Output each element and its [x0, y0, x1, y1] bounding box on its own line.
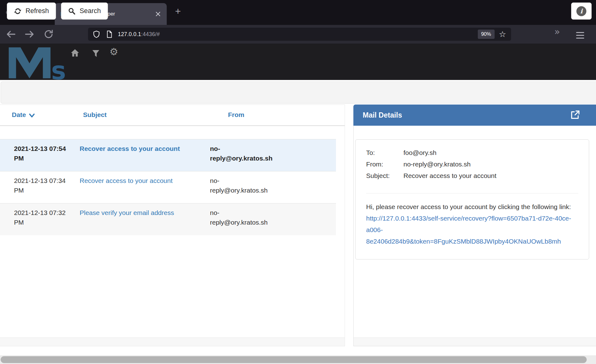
- reload-icon[interactable]: [44, 29, 54, 40]
- mail-list-rows: 2021-12-13 07:54 PM Recover access to yo…: [0, 139, 336, 235]
- mail-row[interactable]: 2021-12-13 07:32 PM Please verify your e…: [0, 203, 336, 235]
- url-host: 127.0.0.1: [118, 31, 141, 37]
- mail-list-footer: [0, 338, 345, 346]
- mail-list-panel: Date Subject From 2021-12-13 07:54 PM Re…: [0, 105, 345, 346]
- search-button-label: Search: [80, 7, 101, 15]
- mail-details-header: Mail Details: [353, 105, 596, 126]
- to-value: foo@ory.sh: [403, 147, 436, 158]
- subject-value: Recover access to your account: [403, 170, 496, 181]
- address-bar[interactable]: 127.0.0.1:4436/# 90% ☆: [88, 28, 511, 41]
- mail-subject-row: Subject: Recover access to your account: [366, 170, 589, 181]
- mailslurper-header: s: [0, 44, 596, 80]
- zoom-level-badge[interactable]: 90%: [478, 30, 495, 39]
- mail-from: no-reply@ory.kratos.sh: [210, 176, 275, 195]
- browser-window: s Mail // MailSlurper + 127.0.0.1:4436/#…: [0, 0, 596, 364]
- column-header-from[interactable]: From: [228, 111, 244, 119]
- mail-row[interactable]: 2021-12-13 07:34 PM Recover access to yo…: [0, 171, 336, 203]
- settings-gear-icon[interactable]: ⚙: [109, 47, 118, 57]
- subject-label: Subject:: [366, 170, 403, 181]
- filter-icon[interactable]: [92, 49, 100, 58]
- mail-body-text: Hi, please recover access to your accoun…: [366, 203, 571, 210]
- search-icon: [68, 7, 76, 15]
- back-icon[interactable]: [6, 29, 16, 40]
- mail-details-title: Mail Details: [363, 111, 402, 119]
- mail-list-header: Date Subject From: [0, 105, 345, 126]
- mail-from: no-reply@ory.kratos.sh: [210, 144, 275, 163]
- from-value: no-reply@ory.kratos.sh: [403, 158, 471, 170]
- scrollbar-thumb[interactable]: [1, 356, 587, 363]
- hamburger-menu-icon[interactable]: [576, 32, 584, 40]
- mail-date: 2021-12-13 07:54 PM: [14, 144, 70, 163]
- home-icon[interactable]: [71, 49, 79, 57]
- mail-from-row: From: no-reply@ory.kratos.sh: [366, 158, 589, 170]
- card-divider: [366, 193, 578, 194]
- mail-subject-link[interactable]: Recover access to your account: [80, 177, 173, 184]
- tracking-shield-icon[interactable]: [92, 30, 100, 38]
- info-button[interactable]: i: [571, 2, 592, 20]
- refresh-button[interactable]: Refresh: [7, 2, 56, 20]
- mail-date: 2021-12-13 07:32 PM: [14, 208, 70, 227]
- url-path: :4436/#: [141, 31, 160, 37]
- from-label: From:: [366, 158, 403, 170]
- forward-icon[interactable]: [24, 29, 35, 40]
- mail-body: Hi, please recover access to your accoun…: [366, 201, 574, 247]
- page-info-icon[interactable]: [105, 30, 113, 38]
- search-button[interactable]: Search: [61, 2, 108, 20]
- overflow-chevrons-icon[interactable]: »: [554, 26, 560, 37]
- mail-to-row: To: foo@ory.sh: [366, 147, 589, 158]
- horizontal-scrollbar[interactable]: [0, 355, 596, 364]
- column-header-date[interactable]: Date: [12, 111, 35, 119]
- mail-from: no-reply@ory.kratos.sh: [210, 208, 275, 227]
- url-text[interactable]: 127.0.0.1:4436/#: [118, 31, 160, 38]
- sort-desc-icon: [29, 113, 35, 118]
- mail-row[interactable]: 2021-12-13 07:54 PM Recover access to yo…: [0, 139, 336, 171]
- mail-details-card: To: foo@ory.sh From: no-reply@ory.kratos…: [355, 139, 589, 259]
- svg-text:s: s: [51, 56, 66, 80]
- column-header-subject[interactable]: Subject: [83, 111, 107, 119]
- open-external-icon[interactable]: [570, 110, 580, 120]
- mail-details-footer: [354, 338, 596, 346]
- mail-details-panel: Mail Details To: foo@ory.sh From: no-rep…: [353, 105, 596, 346]
- bookmark-star-icon[interactable]: ☆: [499, 30, 506, 39]
- mail-subject-link[interactable]: Recover access to your account: [80, 145, 180, 152]
- new-tab-button[interactable]: +: [172, 6, 184, 17]
- recovery-link[interactable]: http://127.0.0.1:4433/self-service/recov…: [366, 215, 571, 245]
- mailslurper-logo: s: [8, 46, 72, 80]
- info-icon: i: [576, 6, 586, 16]
- tab-close-icon[interactable]: [155, 11, 161, 17]
- mail-date: 2021-12-13 07:34 PM: [14, 176, 70, 195]
- mail-subject-link[interactable]: Please verify your email address: [80, 209, 174, 216]
- to-label: To:: [366, 147, 403, 158]
- refresh-button-label: Refresh: [26, 7, 49, 15]
- action-toolbar: [1, 82, 596, 104]
- refresh-icon: [14, 7, 21, 15]
